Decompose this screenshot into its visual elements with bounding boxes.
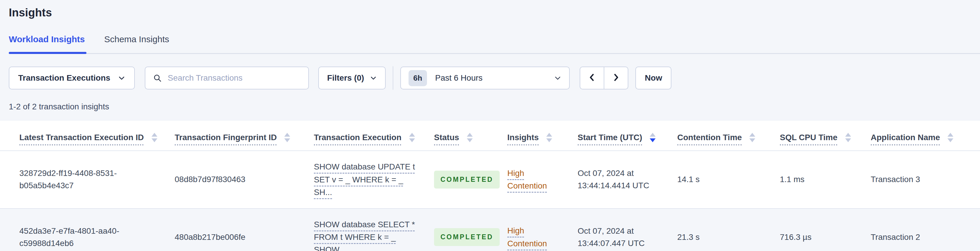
transaction-fingerprint-id: 480a8b217be006fe <box>175 231 314 243</box>
column-header-label[interactable]: Transaction Fingerprint ID <box>175 132 277 143</box>
now-button[interactable]: Now <box>635 67 671 90</box>
table-header-row: Latest Transaction Execution ID Transact… <box>0 120 980 151</box>
time-range-badge: 6h <box>409 70 427 86</box>
column-header-contention-time: Contention Time <box>677 132 780 143</box>
start-time: Oct 07, 2024 at 13:44:07.447 UTC <box>578 225 671 249</box>
sort-arrows-icon[interactable] <box>409 133 415 142</box>
column-header-status: Status <box>434 132 507 143</box>
filters-dropdown[interactable]: Filters (0) <box>318 67 386 90</box>
tab-bar: Workload Insights Schema Insights <box>9 34 980 54</box>
column-header-label[interactable]: Transaction Execution <box>314 132 401 143</box>
transaction-execution-link[interactable]: SHOW database SELECT * FROM t WHERE k = … <box>314 218 422 251</box>
sort-arrows-icon[interactable] <box>749 133 755 142</box>
column-header-application-name: Application Name <box>871 132 975 143</box>
start-time: Oct 07, 2024 at 13:44:14.4414 UTC <box>578 167 671 192</box>
status-badge: COMPLETED <box>434 228 500 246</box>
column-header-label[interactable]: Insights <box>507 132 539 143</box>
sql-cpu-time: 1.1 ms <box>780 173 871 185</box>
sort-arrows-icon[interactable] <box>947 133 953 142</box>
tab-schema-insights-label: Schema Insights <box>104 34 169 44</box>
time-range-picker[interactable]: 6h Past 6 Hours <box>400 67 570 90</box>
table-row: 452da3e7-e7fa-4801-aa40-c59988d14eb6 480… <box>0 209 980 251</box>
insight-link[interactable]: High Contention <box>507 224 556 250</box>
column-header-label[interactable]: SQL CPU Time <box>780 132 838 143</box>
previous-time-range-button[interactable] <box>580 67 604 90</box>
filters-dropdown-label: Filters (0) <box>327 73 364 83</box>
toolbar-divider <box>393 66 393 90</box>
transaction-execution-link[interactable]: SHOW database UPDATE t SET v = _ WHERE k… <box>314 160 422 198</box>
search-input[interactable] <box>168 73 301 83</box>
insights-page: Insights Workload Insights Schema Insigh… <box>0 0 980 112</box>
insight-link[interactable]: High Contention <box>507 167 556 192</box>
column-header-label[interactable]: Start Time (UTC) <box>578 132 642 143</box>
sort-arrows-icon[interactable] <box>151 133 158 142</box>
chevron-down-icon <box>118 74 126 82</box>
time-range-arrows <box>580 67 628 90</box>
page-title: Insights <box>9 6 980 19</box>
insights-table-card: Latest Transaction Execution ID Transact… <box>0 120 980 251</box>
latest-transaction-execution-id: 328729d2-ff19-4408-8531-b05a5b4e43c7 <box>19 167 160 192</box>
column-header-start-time: Start Time (UTC) <box>578 132 677 143</box>
column-header-label[interactable]: Application Name <box>871 132 940 143</box>
time-range-label: Past 6 Hours <box>435 73 483 83</box>
sort-arrows-icon[interactable] <box>284 133 290 142</box>
transaction-fingerprint-id: 08d8b7d97f830463 <box>175 173 314 185</box>
search-transactions-box[interactable] <box>145 67 309 90</box>
now-button-label: Now <box>645 73 662 83</box>
application-name: Transaction 2 <box>871 231 975 243</box>
status-badge: COMPLETED <box>434 171 500 189</box>
column-header-insights: Insights <box>507 132 578 143</box>
insight-type-dropdown[interactable]: Transaction Executions <box>9 67 135 90</box>
insight-type-dropdown-label: Transaction Executions <box>18 73 110 83</box>
application-name: Transaction 3 <box>871 173 975 185</box>
chevron-down-icon <box>370 75 377 82</box>
toolbar: Transaction Executions Filters (0) 6h Pa… <box>9 66 980 90</box>
column-header-latest-transaction-execution-id: Latest Transaction Execution ID <box>19 132 175 143</box>
tab-schema-insights[interactable]: Schema Insights <box>104 34 169 53</box>
chevron-right-icon <box>612 72 620 83</box>
contention-time: 21.3 s <box>677 231 780 243</box>
column-header-sql-cpu-time: SQL CPU Time <box>780 132 871 143</box>
chevron-down-icon <box>554 74 562 82</box>
column-header-transaction-fingerprint-id: Transaction Fingerprint ID <box>175 132 314 143</box>
sort-arrows-icon[interactable] <box>845 133 851 142</box>
tab-workload-insights-label: Workload Insights <box>9 34 85 44</box>
table-row: 328729d2-ff19-4408-8531-b05a5b4e43c7 08d… <box>0 151 980 208</box>
sort-arrows-icon-active-desc[interactable] <box>650 133 655 142</box>
next-time-range-button[interactable] <box>604 67 628 90</box>
column-header-label[interactable]: Latest Transaction Execution ID <box>19 132 144 143</box>
chevron-left-icon <box>588 72 597 83</box>
latest-transaction-execution-id: 452da3e7-e7fa-4801-aa40-c59988d14eb6 <box>19 225 160 249</box>
sql-cpu-time: 716.3 µs <box>780 231 871 243</box>
search-icon <box>153 74 162 82</box>
sort-arrows-icon[interactable] <box>546 133 552 142</box>
tab-workload-insights[interactable]: Workload Insights <box>9 34 85 53</box>
sort-arrows-icon[interactable] <box>467 133 473 142</box>
column-header-label[interactable]: Contention Time <box>677 132 742 143</box>
results-count: 1-2 of 2 transaction insights <box>9 102 980 112</box>
column-header-label[interactable]: Status <box>434 132 459 143</box>
contention-time: 14.1 s <box>677 173 780 185</box>
column-header-transaction-execution: Transaction Execution <box>314 132 434 143</box>
